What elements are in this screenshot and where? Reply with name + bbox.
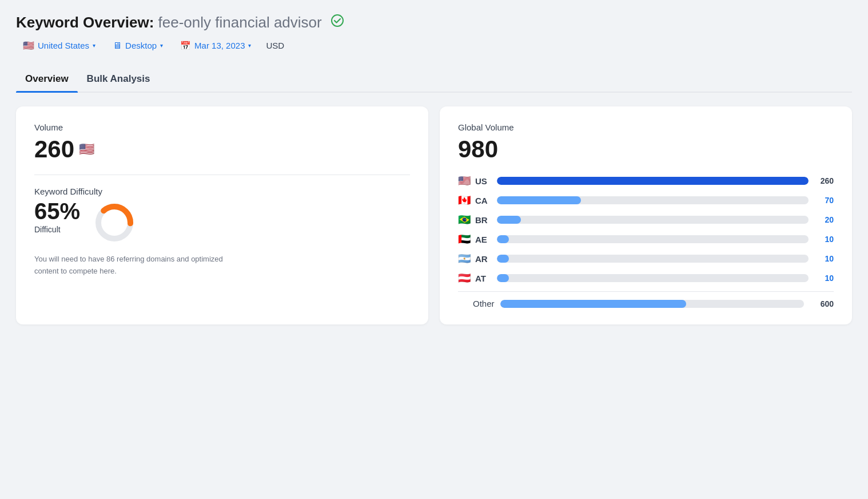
title-prefix: Keyword Overview: [16, 14, 158, 31]
global-volume-card: Global Volume 980 🇺🇸 US 260 🇨🇦 CA 70 🇧🇷 … [440, 106, 852, 324]
difficulty-label: Keyword Difficulty [34, 187, 410, 196]
country-rows: 🇺🇸 US 260 🇨🇦 CA 70 🇧🇷 BR 20 🇦🇪 AE [458, 175, 834, 284]
other-bar-fill [500, 300, 686, 308]
volume-flag: 🇺🇸 [79, 142, 94, 157]
code-CA: CA [475, 196, 492, 205]
country-row: 🇦🇷 AR 10 [458, 252, 834, 265]
toolbar: 🇺🇸 United States ▾ 🖥 Desktop ▾ 📅 Mar 13,… [16, 37, 852, 54]
page-header: Keyword Overview: fee-only financial adv… [16, 14, 852, 54]
count-US: 260 [813, 176, 834, 185]
bar-fill-US [497, 177, 809, 185]
device-chevron-icon: ▾ [160, 42, 163, 49]
difficulty-value: 65% [34, 200, 80, 223]
donut-chart [91, 200, 137, 245]
country-row: 🇦🇹 AT 10 [458, 272, 834, 284]
global-volume-label: Global Volume [458, 122, 834, 132]
device-monitor-icon: 🖥 [113, 41, 122, 51]
volume-label: Volume [34, 122, 410, 132]
country-selector[interactable]: 🇺🇸 United States ▾ [16, 37, 102, 54]
country-row: 🇺🇸 US 260 [458, 175, 834, 187]
country-chevron-icon: ▾ [93, 42, 95, 49]
country-row: 🇨🇦 CA 70 [458, 194, 834, 207]
volume-difficulty-card: Volume 260 🇺🇸 Keyword Difficulty 65% Dif… [16, 106, 428, 324]
other-label: Other [473, 299, 496, 308]
flag-US: 🇺🇸 [458, 175, 471, 187]
flag-AR: 🇦🇷 [458, 252, 471, 265]
date-selector[interactable]: 📅 Mar 13, 2023 ▾ [173, 38, 258, 54]
bar-fill-AE [497, 235, 509, 243]
volume-value: 260 🇺🇸 [34, 136, 410, 163]
code-US: US [475, 176, 492, 186]
tabs-bar: Overview Bulk Analysis [16, 68, 852, 93]
volume-number: 260 [34, 136, 74, 163]
country-flag: 🇺🇸 [23, 40, 34, 51]
cards-row: Volume 260 🇺🇸 Keyword Difficulty 65% Dif… [16, 106, 852, 324]
other-divider [458, 291, 834, 292]
code-BR: BR [475, 215, 492, 225]
page-title: Keyword Overview: fee-only financial adv… [16, 14, 852, 31]
bar-track-AE [497, 235, 809, 243]
flag-AE: 🇦🇪 [458, 233, 471, 245]
count-AT: 10 [813, 274, 834, 283]
other-count: 600 [809, 299, 834, 308]
bar-fill-BR [497, 216, 521, 224]
count-AR: 10 [813, 254, 834, 263]
bar-track-US [497, 177, 809, 185]
bar-fill-AR [497, 255, 509, 263]
country-row: 🇧🇷 BR 20 [458, 213, 834, 226]
keyword-text: fee-only financial advisor [158, 14, 322, 31]
bar-track-AR [497, 255, 809, 263]
bar-fill-AT [497, 274, 509, 282]
code-AE: AE [475, 235, 492, 244]
other-row: Other 600 [458, 299, 834, 308]
difficulty-description: You will need to have 86 referring domai… [34, 254, 229, 278]
date-chevron-icon: ▾ [248, 42, 251, 49]
bar-track-AT [497, 274, 809, 282]
count-BR: 20 [813, 215, 834, 224]
other-bar-track [500, 300, 804, 308]
tab-bulk-analysis[interactable]: Bulk Analysis [78, 68, 160, 92]
device-selector[interactable]: 🖥 Desktop ▾ [106, 38, 170, 54]
difficulty-text: 65% Difficult [34, 200, 80, 234]
calendar-icon: 📅 [180, 41, 191, 51]
verified-icon [331, 14, 344, 27]
date-label: Mar 13, 2023 [194, 41, 245, 50]
code-AR: AR [475, 254, 492, 264]
country-label: United States [38, 41, 89, 50]
device-label: Desktop [125, 41, 157, 50]
bar-track-CA [497, 196, 809, 204]
code-AT: AT [475, 274, 492, 283]
difficulty-sublabel: Difficult [34, 225, 80, 234]
global-volume-value: 980 [458, 136, 834, 163]
flag-BR: 🇧🇷 [458, 213, 471, 226]
currency-label: USD [261, 38, 289, 53]
country-row: 🇦🇪 AE 10 [458, 233, 834, 245]
flag-CA: 🇨🇦 [458, 194, 471, 207]
tab-overview[interactable]: Overview [16, 68, 78, 92]
flag-AT: 🇦🇹 [458, 272, 471, 284]
difficulty-row: 65% Difficult [34, 200, 410, 245]
count-AE: 10 [813, 235, 834, 244]
count-CA: 70 [813, 196, 834, 205]
svg-point-0 [332, 15, 343, 26]
bar-track-BR [497, 216, 809, 224]
bar-fill-CA [497, 196, 581, 204]
divider [34, 175, 410, 175]
